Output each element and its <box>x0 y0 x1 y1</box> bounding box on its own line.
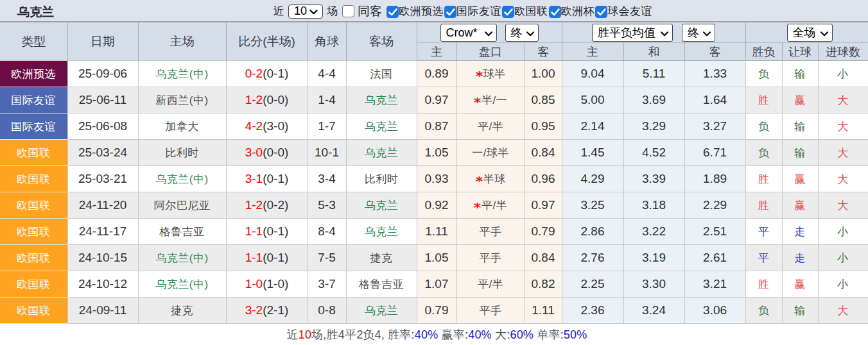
corner-score: 3-7 <box>308 271 346 298</box>
away-team: 格鲁吉亚 <box>346 271 417 298</box>
subcol-result-wdl: 胜负 <box>745 43 782 61</box>
mean-away: 3.06 <box>684 298 745 324</box>
summary-footer: 近10场,胜4平2负4, 胜率:40% 赢率:40% 大:60% 单率:50% <box>0 324 868 345</box>
filter-checkbox-3[interactable] <box>549 6 561 18</box>
table-header: 类型 日期 主场 比分(半场) 角球 客场 Crow* 终 胜平负均值 终 <box>0 22 868 61</box>
odds-away: 0.85 <box>525 87 562 114</box>
result-goals: 大 <box>818 192 868 219</box>
handicap-star-icon <box>474 97 481 103</box>
result-goals: 大 <box>818 87 868 114</box>
handicap-star-icon <box>476 176 483 182</box>
match-date: 25-06-11 <box>67 87 138 114</box>
footer-segment: 大 <box>492 328 507 341</box>
result-goals: 大 <box>818 140 868 166</box>
home-team: 乌克兰(中) <box>138 166 226 192</box>
subcol-odds-handicap: 盘口 <box>456 43 525 61</box>
odds-group-header: Crow* 终 <box>417 22 562 43</box>
recent-count-select[interactable]: 10 <box>288 4 323 19</box>
footer-segment: :40% <box>465 328 492 341</box>
handicap: 平手 <box>456 298 525 324</box>
mean-home: 5.00 <box>562 87 623 114</box>
odds-away: 0.79 <box>525 219 562 245</box>
table-row: 欧国联24-10-15乌克兰(中)1-1(0-1)7-5捷克1.05平手0.84… <box>0 245 868 271</box>
filter-checkbox-2[interactable] <box>502 6 514 18</box>
mean-away: 3.21 <box>684 271 745 298</box>
filter-checkbox-0[interactable] <box>386 6 399 18</box>
score: 1-2(0-0) <box>226 87 308 114</box>
odds-away: 0.82 <box>525 271 562 298</box>
same-venue-checkbox[interactable] <box>342 5 354 17</box>
away-team: 乌克兰 <box>346 87 417 114</box>
mean-home: 3.25 <box>562 192 623 219</box>
filter-checkbox-1[interactable] <box>444 6 456 18</box>
home-team: 乌克兰(中) <box>138 245 226 271</box>
checkmark-icon <box>446 8 456 17</box>
mean-time-select[interactable]: 终 <box>682 24 715 42</box>
handicap-star-icon <box>474 203 481 208</box>
table-row: 欧国联24-11-20阿尔巴尼亚1-2(0-2)5-3乌克兰0.92平/半0.9… <box>0 192 868 219</box>
footer-segment: 单率 <box>534 328 560 341</box>
home-team: 加拿大 <box>138 114 226 140</box>
same-venue-label: 同客 <box>358 3 382 20</box>
result-wdl: 胜 <box>745 192 782 219</box>
matches-label: 场 <box>327 4 338 19</box>
chevron-down-icon <box>820 26 828 40</box>
match-type: 欧国联 <box>0 219 67 245</box>
result-handicap: 赢 <box>782 166 818 192</box>
match-type: 国际友谊 <box>0 87 67 114</box>
odds-away: 1.11 <box>525 298 562 324</box>
away-team: 乌克兰 <box>346 192 417 219</box>
period-select[interactable]: 全场 <box>787 24 833 42</box>
result-handicap: 赢 <box>782 271 818 298</box>
mean-away: 2.61 <box>684 245 745 271</box>
footer-segment: 场,胜4平2负4, 胜率 <box>311 328 411 341</box>
filter-checkbox-4[interactable] <box>595 6 607 18</box>
bookmaker-select[interactable]: Crow* <box>440 24 497 42</box>
score: 1-0(1-0) <box>226 271 308 298</box>
score: 3-0(0-0) <box>226 140 308 166</box>
match-type: 欧洲预选 <box>0 61 67 87</box>
odds-home: 1.05 <box>417 245 456 271</box>
col-header-date: 日期 <box>67 22 138 61</box>
table-row: 欧国联24-10-12乌克兰(中)1-0(1-0)3-7格鲁吉亚1.07平/半0… <box>0 271 868 298</box>
mean-home: 2.76 <box>562 245 623 271</box>
odds-home: 1.05 <box>417 140 456 166</box>
home-team: 比利时 <box>138 140 226 166</box>
match-type: 欧国联 <box>0 298 67 324</box>
chevron-down-icon <box>661 26 668 40</box>
result-wdl: 平 <box>745 219 782 245</box>
match-date: 25-03-24 <box>67 140 138 166</box>
page: 乌克兰 近 10 场 同客 欧洲预选国际友谊欧国联欧洲杯球会友谊 类型 日期 主… <box>0 0 868 345</box>
table-row: 欧国联24-09-11捷克3-2(2-1)0-8乌克兰0.79平手1.112.3… <box>0 298 868 324</box>
odds-away: 0.84 <box>525 140 562 166</box>
mean-home: 2.86 <box>562 219 623 245</box>
matches-table: 类型 日期 主场 比分(半场) 角球 客场 Crow* 终 胜平负均值 终 <box>0 22 868 324</box>
home-team: 阿尔巴尼亚 <box>138 192 226 219</box>
mean-group-header: 胜平负均值 终 <box>562 22 745 43</box>
match-type: 国际友谊 <box>0 114 67 140</box>
result-goals: 小 <box>818 219 868 245</box>
score: 3-1(0-1) <box>226 166 308 192</box>
subcol-odds-away: 客 <box>525 43 562 61</box>
footer-segment: 10 <box>299 328 311 341</box>
home-team: 乌克兰(中) <box>138 61 226 87</box>
col-header-type: 类型 <box>0 22 67 61</box>
result-wdl: 胜 <box>745 166 782 192</box>
match-date: 24-10-15 <box>67 245 138 271</box>
away-team: 乌克兰 <box>346 298 417 324</box>
mean-type-select[interactable]: 胜平负均值 <box>592 24 673 42</box>
chevron-down-icon <box>526 26 534 40</box>
filter-controls: 近 10 场 同客 欧洲预选国际友谊欧国联欧洲杯球会友谊 <box>273 1 653 22</box>
mean-home: 2.25 <box>562 271 623 298</box>
table-row: 欧国联25-03-21乌克兰(中)3-1(0-1)3-4比利时0.93半球0.9… <box>0 166 868 192</box>
result-handicap: 走 <box>782 219 818 245</box>
handicap: 球半 <box>456 61 525 87</box>
table-row: 欧洲预选25-09-06乌克兰(中)0-2(0-1)4-4法国0.89球半1.0… <box>0 61 868 87</box>
match-type: 欧国联 <box>0 166 67 192</box>
chevron-down-icon <box>309 4 318 18</box>
score: 4-2(3-0) <box>226 114 308 140</box>
result-handicap: 赢 <box>782 192 818 219</box>
chevron-down-icon <box>703 26 711 40</box>
match-type: 欧国联 <box>0 245 67 271</box>
odds-time-select[interactable]: 终 <box>505 24 539 42</box>
